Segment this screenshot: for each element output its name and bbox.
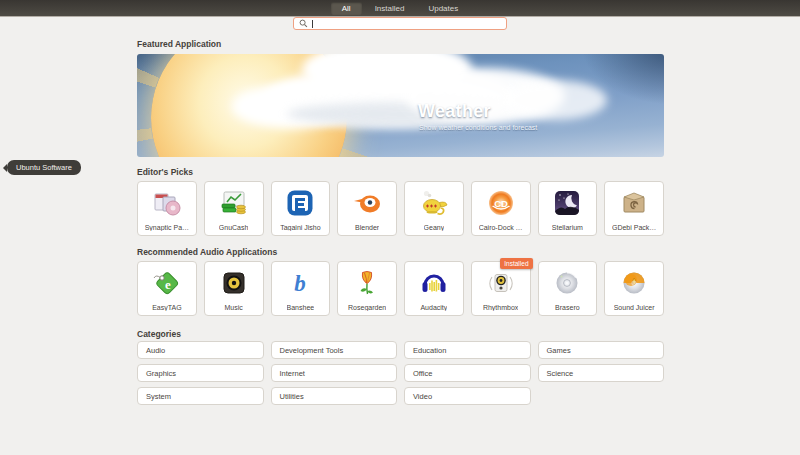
category-internet[interactable]: Internet [271,364,398,382]
stellarium-icon [551,187,583,219]
geany-icon [418,187,450,219]
app-tile-label: Music [224,304,242,311]
installed-badge: Installed [500,258,532,269]
blender-icon [351,187,383,219]
app-tile-rhythmbox[interactable]: Installed Rhythmbox [471,261,531,316]
gdebi-icon [618,187,650,219]
category-graphics[interactable]: Graphics [137,364,264,382]
app-tile-music[interactable]: Music [204,261,264,316]
featured-app-description: Show weather conditions and forecast [419,124,537,131]
editors-picks-grid: Synaptic Pa… G [137,181,664,236]
audio-apps-grid: e EasyTAG Music [137,261,664,316]
svg-text:e: e [165,277,171,292]
app-tile-easytag[interactable]: e EasyTAG [137,261,197,316]
svg-text:b: b [295,271,307,296]
section-title-categories: Categories [137,329,181,339]
app-tile-gdebi[interactable]: GDebi Pack… [604,181,664,236]
app-tile-label: Rosegarden [348,304,386,311]
app-tile-label: Audacity [420,304,447,311]
app-tile-label: Banshee [287,304,315,311]
gnucash-icon [218,187,250,219]
rosegarden-icon [351,267,383,299]
tagaini-jisho-icon [284,187,316,219]
featured-banner[interactable]: Weather Show weather conditions and fore… [137,54,664,157]
launcher-tooltip: Ubuntu Software [7,160,81,175]
ubuntu-software-window: All Installed Updates Ubuntu Software Fe… [0,0,800,455]
app-tile-sound-juicer[interactable]: Sound Juicer [604,261,664,316]
app-tile-label: Geany [424,224,445,231]
music-icon [218,267,250,299]
app-tile-gnucash[interactable]: GnuCash [204,181,264,236]
section-title-featured: Featured Application [137,39,221,49]
easytag-icon: e [151,267,183,299]
category-office[interactable]: Office [404,364,531,382]
app-tile-label: Brasero [555,304,580,311]
category-science[interactable]: Science [538,364,665,382]
app-tile-geany[interactable]: Geany [404,181,464,236]
category-utilities[interactable]: Utilities [271,387,398,405]
categories-grid: Audio Development Tools Education Games … [137,341,664,405]
category-education[interactable]: Education [404,341,531,359]
app-tile-label: Sound Juicer [614,304,655,311]
app-tile-label: Stellarium [552,224,583,231]
category-system[interactable]: System [137,387,264,405]
app-tile-audacity[interactable]: Audacity [404,261,464,316]
section-title-audio: Recommended Audio Applications [137,247,277,257]
app-tile-synaptic[interactable]: Synaptic Pa… [137,181,197,236]
app-tile-banshee[interactable]: b Banshee [271,261,331,316]
app-tile-label: Cairo-Dock … [479,224,523,231]
app-tile-blender[interactable]: Blender [337,181,397,236]
svg-text:CD: CD [494,198,508,209]
section-title-editors-picks: Editor's Picks [137,167,193,177]
category-audio[interactable]: Audio [137,341,264,359]
app-tile-label: EasyTAG [152,304,181,311]
app-tile-label: Rhythmbox [483,304,518,311]
app-tile-label: Tagaini Jisho [280,224,320,231]
banshee-icon: b [284,267,316,299]
app-tile-label: Synaptic Pa… [145,224,189,231]
audacity-icon [418,267,450,299]
category-games[interactable]: Games [538,341,665,359]
cloud-graphic [502,80,607,120]
rhythmbox-icon [485,267,517,299]
main-content: Featured Application Weather Show weathe… [137,0,664,455]
app-tile-label: GnuCash [219,224,249,231]
category-development-tools[interactable]: Development Tools [271,341,398,359]
app-tile-cairo-dock[interactable]: CD Cairo-Dock … [471,181,531,236]
app-tile-tagaini-jisho[interactable]: Tagaini Jisho [271,181,331,236]
app-tile-brasero[interactable]: Brasero [538,261,598,316]
app-tile-rosegarden[interactable]: Rosegarden [337,261,397,316]
brasero-icon [551,267,583,299]
featured-app-name: Weather [418,101,491,122]
category-video[interactable]: Video [404,387,531,405]
cairo-dock-icon: CD [485,187,517,219]
app-tile-label: GDebi Pack… [612,224,656,231]
sound-juicer-icon [618,267,650,299]
synaptic-icon [151,187,183,219]
app-tile-stellarium[interactable]: Stellarium [538,181,598,236]
app-tile-label: Blender [355,224,379,231]
